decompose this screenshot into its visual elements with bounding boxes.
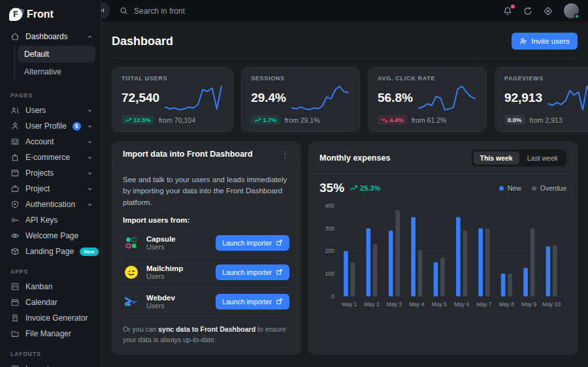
- launch-importer-button[interactable]: Launch importer: [216, 294, 289, 310]
- week-toggle: This weekLast week: [472, 150, 566, 167]
- chevron-down-icon: [87, 123, 93, 129]
- stat-label: PAGEVIEWS: [504, 75, 588, 82]
- mailchimp-logo-icon: [123, 265, 140, 279]
- svg-text:100: 100: [325, 270, 335, 277]
- import-source-name: Mailchimp: [146, 264, 183, 272]
- import-source-sub: Users: [146, 302, 175, 310]
- import-row-mailchimp: MailchimpUsersLaunch importer: [123, 258, 289, 287]
- sidebar-item-layouts[interactable]: Layouts: [0, 361, 101, 367]
- sidebar-item-file-manager[interactable]: File Manager: [0, 326, 101, 342]
- sidebar: F Front DashboardsDefaultAlternativePAGE…: [0, 0, 101, 367]
- navbar-actions: [503, 3, 579, 18]
- expenses-value: 35%: [319, 181, 344, 195]
- sidebar-item-project[interactable]: Project: [0, 181, 101, 197]
- stat-label: SESSIONS: [251, 75, 350, 82]
- app-root: F Front DashboardsDefaultAlternativePAGE…: [0, 0, 588, 367]
- sidebar-item-projects[interactable]: Projects: [0, 165, 101, 181]
- sidebar-subitem-default[interactable]: Default: [18, 46, 95, 63]
- user-avatar[interactable]: [564, 3, 579, 18]
- sidebar-item-landing-page[interactable]: Landing PageNew: [0, 244, 101, 259]
- sidebar-item-label: E-commerce: [25, 153, 70, 162]
- stat-label: TOTAL USERS: [122, 75, 223, 82]
- svg-text:400: 400: [325, 202, 335, 209]
- count-badge: 5: [73, 122, 81, 131]
- svg-text:200: 200: [325, 247, 335, 254]
- sidebar-item-users[interactable]: Users: [0, 103, 101, 118]
- launch-importer-button[interactable]: Launch importer: [216, 264, 289, 280]
- sidebar-item-kanban[interactable]: Kanban: [0, 279, 101, 295]
- webdev-logo-icon: [123, 295, 140, 309]
- sidebar-section-header-layouts: LAYOUTS: [0, 342, 101, 361]
- sidebar-item-label: Account: [25, 137, 54, 146]
- apps-switcher-button[interactable]: [544, 7, 553, 16]
- header-divider: [112, 57, 578, 58]
- invite-users-button[interactable]: Invite users: [512, 33, 578, 50]
- launch-importer-button[interactable]: Launch importer: [216, 235, 289, 251]
- sync-data-link[interactable]: sync data to Front Dashboard: [158, 325, 255, 333]
- chart-legend: NewOverdue: [499, 184, 566, 192]
- sidebar-item-label: Kanban: [25, 282, 52, 291]
- sparkline-chart: [546, 84, 588, 112]
- brand-logo[interactable]: F Front: [0, 5, 101, 29]
- expenses-card-header: Monthly expenses This weekLast week: [309, 142, 577, 174]
- sidebar-nav: DashboardsDefaultAlternativePAGESUsersUs…: [0, 29, 101, 367]
- sidebar-item-account[interactable]: Account: [0, 134, 101, 150]
- stat-value: 56.8%: [378, 91, 413, 105]
- graph-up-icon: [350, 185, 357, 191]
- stat-value: 72,540: [122, 91, 159, 105]
- stat-value: 29.4%: [251, 91, 286, 105]
- sidebar-item-label: File Manager: [25, 329, 71, 338]
- capsule-logo-icon: [123, 236, 140, 250]
- import-data-card: Import data into Front Dashboard ⋮ See a…: [112, 142, 301, 355]
- legend-item-new[interactable]: New: [499, 184, 521, 192]
- sidebar-item-user-profile[interactable]: User Profile5: [0, 118, 101, 134]
- notification-dot: [511, 5, 515, 8]
- expenses-change: 25.3%: [350, 184, 380, 192]
- stats-row: TOTAL USERS72,54012.5%from 70,104SESSION…: [112, 67, 578, 132]
- stat-card-sessions: SESSIONS29.4%1.7%from 29.1%: [241, 67, 360, 132]
- import-card-title: Import data into Front Dashboard: [123, 150, 253, 159]
- import-source-name: Webdev: [146, 294, 175, 302]
- legend-item-overdue[interactable]: Overdue: [532, 184, 566, 192]
- new-badge: New: [80, 247, 98, 256]
- sidebar-subitems: DefaultAlternative: [14, 46, 101, 80]
- search-icon: [120, 7, 128, 15]
- id-card-icon: [10, 137, 20, 146]
- invite-users-label: Invite users: [531, 37, 570, 45]
- stat-from: from 61.2%: [412, 116, 447, 124]
- sidebar-item-welcome-page[interactable]: Welcome Page: [0, 228, 101, 244]
- sidebar-item-authentication[interactable]: Authentication: [0, 197, 101, 212]
- sidebar-item-calendar[interactable]: Calendar: [0, 295, 101, 310]
- sidebar-item-api-keys[interactable]: API Keys: [0, 212, 101, 228]
- svg-text:May 7: May 7: [476, 301, 491, 308]
- sidebar-subitem-alternative[interactable]: Alternative: [18, 63, 95, 80]
- svg-text:May 2: May 2: [364, 301, 379, 308]
- activity-button[interactable]: [523, 7, 532, 16]
- more-options-icon[interactable]: ⋮: [281, 150, 289, 159]
- sidebar-section-header-apps: APPS: [0, 259, 101, 279]
- svg-text:May 10: May 10: [542, 301, 561, 308]
- toggle-last-week[interactable]: Last week: [521, 152, 564, 165]
- widgets-icon: [544, 7, 553, 16]
- svg-text:300: 300: [325, 225, 335, 232]
- import-source-name: Capsule: [146, 235, 176, 243]
- change-badge: 12.5%: [122, 115, 154, 125]
- person-plus-icon: [519, 37, 527, 45]
- sidebar-item-invoice-generator[interactable]: Invoice Generator: [0, 310, 101, 326]
- chevron-up-icon: [87, 34, 93, 40]
- sidebar-item-e-commerce[interactable]: E-commerce: [0, 150, 101, 165]
- page-content: Dashboard Invite users TOTAL USERS72,540…: [101, 22, 588, 367]
- sidebar-item-dashboards[interactable]: Dashboards: [0, 29, 101, 44]
- chevron-down-icon: [87, 155, 93, 161]
- toggle-this-week[interactable]: This week: [474, 152, 519, 165]
- import-row-webdev: WebdevUsersLaunch importer: [123, 287, 289, 317]
- key-icon: [10, 215, 20, 225]
- svg-text:May 9: May 9: [521, 301, 536, 308]
- chevron-down-icon: [87, 170, 93, 176]
- front-logo-icon: F: [9, 8, 22, 21]
- house-icon: [10, 32, 20, 41]
- search-input[interactable]: [134, 7, 278, 16]
- chevron-down-icon: [87, 186, 93, 192]
- top-navbar: [101, 0, 588, 22]
- notifications-button[interactable]: [503, 7, 512, 16]
